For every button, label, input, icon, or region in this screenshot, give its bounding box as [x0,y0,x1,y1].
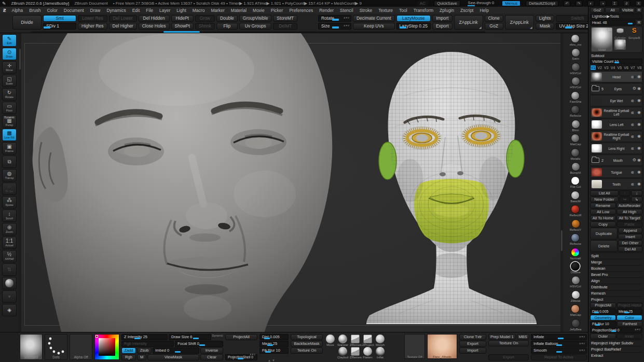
wireframe-head-model[interactable] [337,33,563,332]
visibility-eye-icon[interactable]: ◉ [637,146,641,150]
lightbox-tools-bar[interactable]: Lightbox▶Tools [590,13,642,19]
mbs-button[interactable]: MBS [517,334,529,340]
shader-toggle-icon[interactable] [631,76,636,78]
material-reflectr[interactable]: ReflectR [569,205,581,217]
slider-handle[interactable] [332,19,339,21]
material-outline[interactable]: Outline [570,262,580,274]
distribute-section[interactable]: Distribute [590,284,642,289]
higher-res-button[interactable]: Higher Res [78,23,107,30]
export-button[interactable]: Export [432,23,453,30]
mask-button[interactable]: Mask [536,23,555,30]
transp-button[interactable]: ◍Transp [2,169,17,182]
menu-edit[interactable]: Edit [130,8,143,13]
zbrush-menu-logo-icon[interactable]: Ƶ [1,8,8,13]
dynamic-label[interactable]: Dynamic [212,334,223,337]
zapplink-button[interactable]: ZAppLink◢ [505,15,534,30]
micro-buttons-icon[interactable]: ≡▾z [344,23,350,29]
import-button[interactable]: Import [432,15,453,22]
align-section[interactable]: Align [590,277,642,283]
frame-button[interactable]: ▣Frame [2,142,17,155]
menu-material[interactable]: Material [228,8,249,13]
visibility-eye-icon[interactable]: ◉ [637,158,641,162]
storemt-button[interactable]: StoreMT [273,15,297,22]
xpose-button[interactable]: ⁂Xpose [2,196,17,208]
subtool-tab-v4[interactable]: V4 [610,65,616,71]
decimate-current-button[interactable]: Decimate Current [353,15,395,22]
lights-button[interactable]: Lights [536,15,555,22]
del-lower-button[interactable]: Del Lower [109,15,137,22]
inner-button[interactable]: Inner [616,333,642,339]
smooth-slider[interactable]: Smooth≡▾z [531,347,587,354]
duplicate-button[interactable]: Duplicate [590,228,618,240]
subtool-tab-v7[interactable]: V7 [630,65,636,71]
visibility-eye-icon[interactable]: ◉ [637,75,641,79]
repeat-to-active-button[interactable]: Repeat To Active [531,354,587,360]
link-button[interactable]: ∂ [623,1,630,6]
rotate-button[interactable]: ↻Rotate [2,88,17,101]
-button[interactable]: ↪ [619,197,631,202]
edit-button[interactable]: ✎Edit [2,34,17,47]
brush-zremes[interactable]: ZRemes [350,347,361,359]
menu-movie[interactable]: Movie [250,8,267,13]
lower-res-button[interactable]: Lower Res [78,15,107,22]
visibility-eye-icon[interactable]: ◉ [637,99,641,103]
menus-toggle-button[interactable]: Menus [502,1,520,6]
material-zbro-mx[interactable]: zbro_mx [569,34,581,46]
current-brush-thumb[interactable]: Standard [20,334,43,360]
menu-dynamics[interactable]: Dynamics [104,8,128,13]
imbed-slider[interactable]: Imbed 0 [153,347,199,354]
smt-button[interactable]: Smt [43,15,76,22]
subtool-tab-v3[interactable]: V3 [604,65,610,71]
menu-marker[interactable]: Marker [208,8,227,13]
slider-handle[interactable] [332,26,339,29]
del-all-button[interactable]: Del All [618,246,642,252]
shrink-button[interactable]: Shrink [195,23,215,30]
pa-blur-slider[interactable]: PA Blur 10 [259,347,289,354]
ac-button[interactable]: AC [417,1,429,6]
current-alpha-thumb[interactable]: Alpha Off [70,334,92,360]
projectall-button[interactable]: ProjectAll [225,334,257,340]
all-high-button[interactable]: All High [616,209,642,215]
menu-preferences[interactable]: Preferences [286,8,316,13]
subtool-tab-v6[interactable]: V6 [623,65,629,71]
zoom-button[interactable]: ⊕Zoom [2,223,17,235]
material-picker-icon[interactable]: ◐ [587,1,594,6]
tool-thumb-head-small[interactable]: 8 Head [614,39,626,50]
append-button[interactable]: Append [618,228,642,233]
shader-toggle-icon[interactable] [631,123,636,126]
menu-document[interactable]: Document [61,8,87,13]
shader-toggle-icon[interactable] [631,112,636,114]
rgb-button[interactable]: Rgb [121,354,136,360]
shader-toggle-icon[interactable] [631,135,636,138]
brush-inflat[interactable]: Inflat [375,347,386,359]
split-section[interactable]: Split [590,253,642,258]
scroll-button[interactable]: ↕Scroll [2,210,17,222]
tool-thumb-cylinder[interactable]: Cylinder [613,27,627,39]
persp-button[interactable]: Dynamic▦Persp [2,115,17,128]
visibility-eye-icon[interactable]: ◉ [637,87,641,91]
export-dim-button[interactable]: Export [488,354,529,360]
material-reflecty[interactable]: ReflectY [570,219,582,231]
prep-model-button[interactable]: Prep Model 1 [488,334,516,340]
flip-button[interactable]: Flip [216,23,238,30]
-button[interactable]: ↳ [631,197,642,202]
floor-button[interactable]: ▭Floor [2,102,17,114]
material-hsvcol[interactable]: HSVCol [570,276,581,288]
clear-button[interactable]: Clear [200,354,223,360]
slider-handle[interactable] [565,26,572,29]
boolean-section[interactable]: Boolean [590,265,642,271]
material-satin[interactable]: Satin [571,48,580,60]
material-hsvcol[interactable]: HSVCol [570,63,581,75]
canvas-scrollbar-left[interactable] [19,33,21,332]
double-button[interactable]: Double [216,15,238,22]
clone-button[interactable]: Clone [485,15,503,22]
showpt-button[interactable]: ShowPt [171,23,194,30]
pt-sel-button[interactable]: ⁘Pt Sel [2,183,17,195]
outer-button[interactable]: Outer [590,333,616,339]
material-reflecte[interactable]: Reflecte [570,105,581,117]
head-slider-r-button[interactable]: R [636,20,642,25]
tool-thumb-head[interactable]: 10 Head [592,27,612,51]
menu-brush[interactable]: Brush [26,8,43,13]
keep-uvs-button[interactable]: Keep UVs [353,23,395,30]
list-all-button[interactable]: List All [590,190,619,196]
